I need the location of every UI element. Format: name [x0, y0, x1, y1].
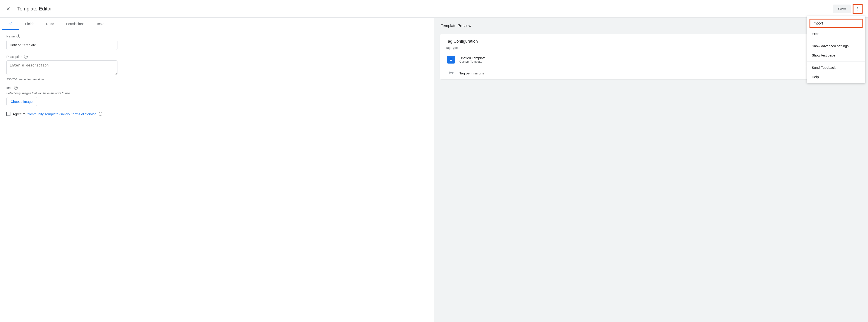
icon-hint: Select only images that you have the rig…	[6, 91, 427, 95]
tos-link[interactable]: Community Template Gallery Terms of Serv…	[27, 112, 96, 116]
preview-title: Template Preview	[434, 18, 868, 34]
menu-item-import[interactable]: Import	[809, 19, 863, 28]
tab-info[interactable]: Info	[2, 18, 19, 30]
menu-item-feedback[interactable]: Send Feedback	[807, 63, 865, 72]
tag-name: Untitled Template	[459, 56, 486, 60]
more-menu-button[interactable]	[852, 4, 863, 14]
tab-bar: Info Fields Code Permissions Tests	[0, 18, 434, 30]
page-title: Template Editor	[17, 6, 833, 12]
svg-point-2	[857, 9, 858, 10]
save-button[interactable]: Save	[833, 4, 851, 13]
name-input[interactable]	[6, 40, 118, 50]
menu-item-test-page[interactable]: Show test page	[807, 51, 865, 60]
description-char-count: 200/200 characters remaining	[6, 78, 427, 81]
tag-type-label: Tag Type	[440, 46, 862, 53]
svg-point-1	[857, 8, 858, 9]
key-icon	[447, 70, 455, 76]
agree-checkbox[interactable]	[6, 112, 10, 116]
icon-label: Icon	[6, 86, 12, 90]
description-input[interactable]	[6, 60, 118, 75]
permissions-label: Tag permissions	[459, 71, 484, 75]
menu-item-export[interactable]: Export	[807, 29, 865, 38]
tag-type-row[interactable]: U Untitled Template Custom Template	[440, 53, 862, 67]
template-icon: U	[447, 56, 455, 63]
tab-tests[interactable]: Tests	[91, 18, 110, 30]
editor-panel: Info Fields Code Permissions Tests Name …	[0, 18, 434, 322]
tab-fields[interactable]: Fields	[19, 18, 40, 30]
card-title: Tag Configuration	[440, 34, 862, 46]
tag-subtitle: Custom Template	[459, 60, 486, 63]
help-icon[interactable]: ?	[24, 55, 28, 59]
help-icon[interactable]: ?	[99, 112, 102, 116]
tab-code[interactable]: Code	[40, 18, 60, 30]
close-icon[interactable]	[5, 6, 11, 11]
svg-point-0	[857, 7, 858, 8]
menu-item-advanced[interactable]: Show advanced settings	[807, 41, 865, 51]
agree-text: Agree to Community Template Gallery Term…	[13, 112, 96, 116]
preview-panel: Template Preview Tag Configuration Tag T…	[434, 18, 868, 322]
description-label: Description	[6, 55, 22, 59]
name-label: Name	[6, 34, 15, 38]
menu-item-help[interactable]: Help	[807, 72, 865, 82]
header: Template Editor Save	[0, 0, 868, 18]
tab-permissions[interactable]: Permissions	[60, 18, 91, 30]
overflow-menu: Import Export Show advanced settings Sho…	[807, 16, 865, 83]
help-icon[interactable]: ?	[17, 34, 20, 38]
choose-image-button[interactable]: Choose image	[6, 97, 37, 106]
help-icon[interactable]: ?	[14, 86, 18, 90]
preview-card: Tag Configuration Tag Type U Untitled Te…	[440, 34, 862, 79]
tag-permissions-row[interactable]: Tag permissions	[440, 67, 862, 79]
